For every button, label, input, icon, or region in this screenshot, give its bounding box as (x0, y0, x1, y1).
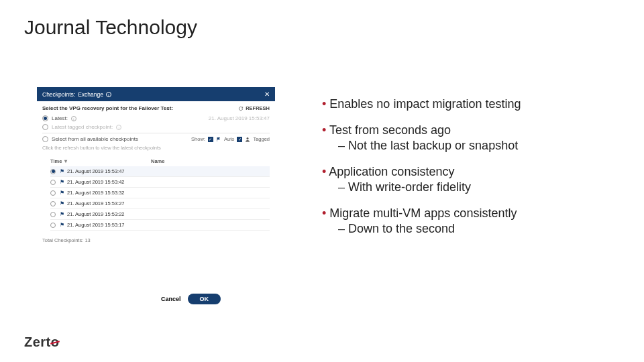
radio-icon (42, 136, 48, 142)
sort-down-icon: ▾ (64, 158, 67, 164)
radio-icon (50, 201, 56, 206)
info-icon: i (106, 92, 111, 97)
bullet-list: Enables no impact migration testing Test… (322, 97, 590, 248)
dialog-header: Checkpoints: Exchange i ✕ (37, 87, 275, 101)
bullet-text: Enables no impact migration testing (329, 97, 521, 111)
bullet-item: Test from seconds ago Not the last backu… (322, 123, 590, 153)
radio-icon (50, 223, 56, 228)
info-icon: i (71, 116, 76, 121)
total-value: 13 (85, 237, 90, 243)
checkbox-icon[interactable]: ✓ (208, 137, 213, 142)
sub-bullet-text: Not the last backup or snapshot (348, 139, 518, 152)
filter-auto-label: Auto (224, 136, 234, 142)
col-time-header[interactable]: Time ▾ (50, 158, 151, 164)
radio-latest[interactable]: Latest: i 21. August 2019 15:53:47 (42, 115, 270, 121)
table-row[interactable]: ⚑ 21. August 2019 15:53:27 (50, 198, 270, 209)
radio-icon (50, 212, 56, 217)
radio-icon (42, 115, 48, 121)
dialog-title: Checkpoints: Exchange i (42, 91, 111, 98)
radio-icon (50, 180, 56, 185)
bullet-item: Enables no impact migration testing (322, 97, 590, 111)
flag-icon (216, 137, 221, 142)
info-icon: i (116, 125, 121, 130)
row-timestamp: 21. August 2019 15:53:22 (67, 211, 125, 217)
radio-select-all[interactable]: Select from all available checkpoints Sh… (42, 136, 270, 142)
table-row[interactable]: ⚑ 21. August 2019 15:53:42 (50, 177, 270, 188)
latest-label: Latest: (52, 115, 68, 121)
logo-o: o (51, 335, 60, 350)
refresh-hint: Click the refresh button to view the lat… (42, 145, 270, 151)
show-filters: Show: ✓ Auto ✓ Tagged (191, 136, 270, 142)
checkpoint-table: Time ▾ Name ⚑ 21. August 2019 15:53:47 ⚑… (42, 156, 270, 231)
latest-timestamp: 21. August 2019 15:53:47 (209, 115, 270, 121)
header-prefix: Checkpoints: (42, 91, 75, 98)
total-label: Total Checkpoints: (42, 237, 83, 243)
flag-icon: ⚑ (60, 168, 64, 174)
sub-bullet-item: Not the last backup or snapshot (338, 139, 590, 153)
row-timestamp: 21. August 2019 15:53:32 (67, 190, 125, 196)
table-row[interactable]: ⚑ 21. August 2019 15:53:32 (50, 188, 270, 198)
row-timestamp: 21. August 2019 15:53:27 (67, 200, 125, 206)
header-name: Exchange (78, 91, 103, 98)
checkpoint-dialog: Checkpoints: Exchange i ✕ Select the VPG… (37, 87, 275, 245)
col-name-header[interactable]: Name (151, 158, 270, 164)
slide-title: Journal Technology (24, 16, 197, 39)
radio-icon (50, 169, 56, 174)
bullet-item: Application consistency With write-order… (322, 165, 590, 194)
dialog-body: Select the VPG recovery point for the Fa… (37, 101, 275, 245)
filter-tagged-label: Tagged (253, 136, 270, 142)
table-row[interactable]: ⚑ 21. August 2019 15:53:17 (50, 220, 270, 231)
flag-icon: ⚑ (60, 190, 64, 196)
user-icon (245, 137, 250, 142)
sub-bullet-text: Down to the second (348, 222, 455, 235)
table-row[interactable]: ⚑ 21. August 2019 15:53:47 (50, 166, 270, 177)
radio-icon (42, 124, 48, 130)
show-label: Show: (191, 136, 205, 142)
svg-point-0 (247, 137, 249, 139)
bullet-text: Application consistency (329, 165, 454, 178)
sub-bullet-text: With write-order fidelity (348, 180, 471, 194)
zerto-logo: Zerto (24, 335, 60, 350)
checkbox-icon[interactable]: ✓ (237, 137, 242, 142)
flag-icon: ⚑ (60, 179, 64, 185)
refresh-icon (238, 106, 244, 111)
sub-bullet-item: Down to the second (338, 222, 590, 236)
bullet-text: Migrate multi-VM apps consistently (329, 206, 517, 220)
total-checkpoints: Total Checkpoints: 13 (42, 236, 270, 243)
sub-bullet-item: With write-order fidelity (338, 180, 590, 194)
col-time-label: Time (50, 158, 62, 164)
row-timestamp: 21. August 2019 15:53:17 (67, 222, 125, 228)
radio-latest-tagged[interactable]: Latest tagged checkpoint: i (42, 124, 270, 130)
dialog-footer: Cancel OK (161, 294, 221, 304)
latest-tagged-label: Latest tagged checkpoint: (52, 124, 113, 130)
divider (42, 133, 270, 133)
bullet-text: Test from seconds ago (329, 123, 451, 137)
table-header: Time ▾ Name (50, 156, 270, 166)
flag-icon: ⚑ (60, 211, 64, 217)
cancel-button[interactable]: Cancel (161, 296, 181, 302)
refresh-label: REFRESH (246, 105, 270, 111)
row-timestamp: 21. August 2019 15:53:47 (67, 168, 125, 174)
close-icon[interactable]: ✕ (264, 90, 270, 98)
radio-icon (50, 190, 56, 196)
logo-text: Zert (24, 335, 51, 349)
refresh-button[interactable]: REFRESH (238, 105, 270, 111)
bullet-item: Migrate multi-VM apps consistently Down … (322, 206, 590, 236)
table-row[interactable]: ⚑ 21. August 2019 15:53:22 (50, 209, 270, 220)
select-all-label: Select from all available checkpoints (52, 136, 138, 142)
flag-icon: ⚑ (60, 222, 64, 228)
dialog-subtitle: Select the VPG recovery point for the Fa… (42, 105, 173, 111)
row-timestamp: 21. August 2019 15:53:42 (67, 179, 125, 185)
ok-button[interactable]: OK (188, 294, 221, 304)
flag-icon: ⚑ (60, 200, 64, 206)
